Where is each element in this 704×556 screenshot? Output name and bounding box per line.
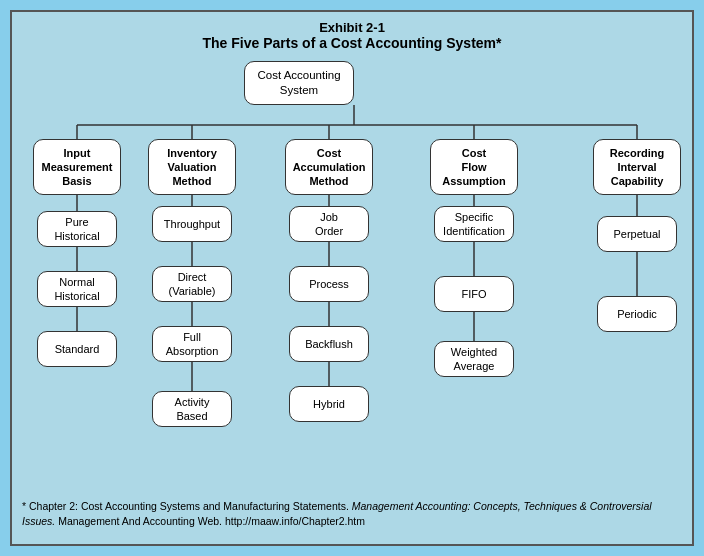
footer-text3: Management And Accounting Web. http://ma… [55,515,365,527]
chart-box: PureHistorical [37,211,117,247]
chart: Cost AccountingSystemInputMeasurementBas… [22,61,682,491]
chart-box: FullAbsorption [152,326,232,362]
chart-box: CostFlowAssumption [430,139,518,195]
chart-box: ActivityBased [152,391,232,427]
chart-box: Process [289,266,369,302]
chart-box: Throughput [152,206,232,242]
chart-box: CostAccumulationMethod [285,139,373,195]
chart-box: Standard [37,331,117,367]
chart-box: RecordingIntervalCapability [593,139,681,195]
title-line1: Exhibit 2-1 [22,20,682,35]
chart-box: FIFO [434,276,514,312]
title-section: Exhibit 2-1 The Five Parts of a Cost Acc… [22,20,682,51]
footer-text1: * Chapter 2: Cost Accounting Systems and… [22,500,352,512]
chart-box: Backflush [289,326,369,362]
chart-box: WeightedAverage [434,341,514,377]
chart-box: Hybrid [289,386,369,422]
title-line2: The Five Parts of a Cost Accounting Syst… [22,35,682,51]
chart-box: Cost AccountingSystem [244,61,354,105]
chart-box: Periodic [597,296,677,332]
chart-box: SpecificIdentification [434,206,514,242]
chart-box: JobOrder [289,206,369,242]
chart-box: Direct(Variable) [152,266,232,302]
page-wrapper: Exhibit 2-1 The Five Parts of a Cost Acc… [10,10,694,546]
chart-box: NormalHistorical [37,271,117,307]
chart-box: InputMeasurementBasis [33,139,121,195]
footer-note: * Chapter 2: Cost Accounting Systems and… [22,499,682,528]
chart-box: Perpetual [597,216,677,252]
chart-box: InventoryValuationMethod [148,139,236,195]
